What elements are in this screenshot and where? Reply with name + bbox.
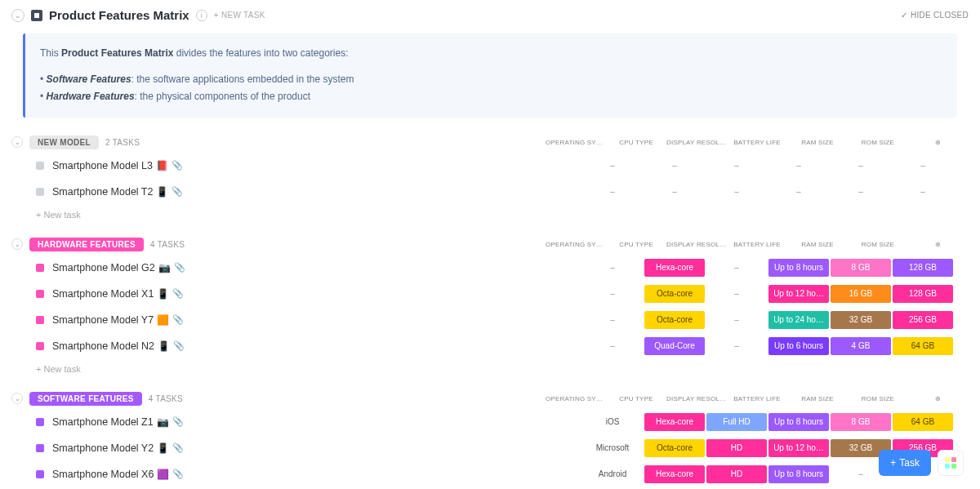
cell-0[interactable]: – [582,285,643,303]
task-name[interactable]: Smartphone Model L3 [52,160,153,171]
new-task-top[interactable]: + NEW TASK [214,11,265,20]
cell-4[interactable]: 4 GB [831,337,891,355]
status-square[interactable] [36,342,44,350]
cell-2[interactable]: – [706,157,767,175]
cell-1[interactable]: – [644,157,705,175]
cell-0[interactable]: Android [582,465,643,483]
hide-closed-toggle[interactable]: ✓ HIDE CLOSED [901,11,969,20]
add-column-button[interactable]: ⊕ [908,139,969,146]
attachment-icon[interactable]: 📎 [172,416,184,427]
attachment-icon[interactable]: 📎 [174,262,185,273]
cell-1[interactable]: Hexa-core [644,413,705,431]
attachment-icon[interactable]: 📎 [172,186,183,197]
group-caret[interactable]: ⌄ [11,136,23,148]
cell-3[interactable]: – [768,157,829,175]
info-icon[interactable]: i [196,10,207,21]
column-1[interactable]: CPU TYPE [606,139,666,146]
group-caret[interactable]: ⌄ [11,393,23,404]
cell-2[interactable]: – [706,259,767,277]
cell-4[interactable]: 32 GB [831,311,891,329]
attachment-icon[interactable]: 📎 [172,160,183,171]
task-row[interactable]: Smartphone Model X1 📱 📎 –Octa-core–Up to… [36,281,969,307]
cell-2[interactable]: – [706,285,767,303]
cell-5[interactable]: 128 GB [893,259,953,277]
cell-3[interactable]: Up to 6 hours [768,337,829,355]
column-3[interactable]: BATTERY LIFE [727,241,787,248]
status-square[interactable] [36,264,44,272]
column-4[interactable]: RAM SIZE [787,395,848,402]
new-task-row[interactable]: + New task [36,205,969,224]
cell-3[interactable]: Up to 8 hours [768,259,829,277]
attachment-icon[interactable]: 📎 [172,469,184,479]
cell-2[interactable]: HD [706,465,767,483]
new-task-row[interactable]: + New task [36,359,969,379]
cell-1[interactable]: – [644,183,705,201]
cell-2[interactable]: Full HD [706,413,767,431]
cell-2[interactable]: – [706,311,767,329]
cell-3[interactable]: Up to 12 ho… [768,285,829,303]
add-column-button[interactable]: ⊕ [908,241,969,248]
cell-4[interactable]: 16 GB [831,285,891,303]
attachment-icon[interactable]: 📎 [173,340,185,351]
cell-3[interactable]: – [768,183,829,201]
status-square[interactable] [36,290,44,298]
status-square[interactable] [36,470,44,478]
column-2[interactable]: DISPLAY RESOLUTION [666,139,727,146]
cell-3[interactable]: Up to 12 ho… [768,439,829,457]
cell-0[interactable]: – [582,259,643,277]
collapse-list-caret[interactable]: ⌄ [11,9,24,22]
task-name[interactable]: Smartphone Model Z1 [52,416,154,428]
task-row[interactable]: Smartphone Model Y2 📱 📎 MicrosoftOcta-co… [36,435,969,461]
column-3[interactable]: BATTERY LIFE [727,139,787,146]
cell-1[interactable]: Hexa-core [644,465,705,483]
status-square[interactable] [36,316,44,324]
task-name[interactable]: Smartphone Model Y7 [52,314,154,326]
status-square[interactable] [36,444,44,452]
column-0[interactable]: OPERATING SYSTEM [546,139,606,146]
cell-4[interactable]: 8 GB [831,259,891,277]
task-row[interactable]: Smartphone Model G2 📷 📎 –Hexa-core–Up to… [36,255,969,281]
attachment-icon[interactable]: 📎 [172,442,184,453]
group-label[interactable]: SOFTWARE FEATURES [29,392,142,406]
column-5[interactable]: ROM SIZE [848,395,908,402]
cell-1[interactable]: Quad-Core [644,337,705,355]
column-2[interactable]: DISPLAY RESOLUTION [666,395,727,402]
cell-5[interactable]: 128 GB [893,285,953,303]
cell-3[interactable]: Up to 8 hours [768,413,829,431]
cell-0[interactable]: Microsoft [582,439,643,457]
cell-0[interactable]: – [582,183,643,201]
group-label[interactable]: NEW MODEL [29,136,99,149]
column-0[interactable]: OPERATING SYSTEM [546,241,606,248]
cell-0[interactable]: iOS [582,413,643,431]
apps-fab[interactable] [938,450,964,476]
task-name[interactable]: Smartphone Model X1 [52,288,154,300]
cell-5[interactable]: – [893,183,953,201]
column-4[interactable]: RAM SIZE [787,241,848,248]
attachment-icon[interactable]: 📎 [172,288,184,299]
status-square[interactable] [36,418,44,426]
cell-1[interactable]: Hexa-core [644,259,705,277]
column-1[interactable]: CPU TYPE [606,241,666,248]
task-row[interactable]: Smartphone Model N2 📱 📎 –Quad-Core–Up to… [36,333,969,359]
cell-3[interactable]: Up to 24 ho… [768,311,829,329]
group-label[interactable]: HARDWARE FEATURES [29,238,144,251]
cell-1[interactable]: Octa-core [644,439,705,457]
cell-2[interactable]: – [706,183,767,201]
column-3[interactable]: BATTERY LIFE [727,395,787,402]
cell-0[interactable]: – [582,157,643,175]
cell-5[interactable]: 64 GB [893,413,953,431]
task-row[interactable]: Smartphone Model L3 📕 📎 –––––– [36,153,969,179]
cell-2[interactable]: – [706,337,767,355]
cell-1[interactable]: Octa-core [644,285,705,303]
cell-0[interactable]: – [582,311,643,329]
cell-1[interactable]: Octa-core [644,311,705,329]
column-0[interactable]: OPERATING SYSTEM [546,395,606,402]
cell-2[interactable]: HD [706,439,767,457]
task-row[interactable]: Smartphone Model Y7 🟧 📎 –Octa-core–Up to… [36,307,969,333]
cell-5[interactable]: 256 GB [893,311,953,329]
task-row[interactable]: Smartphone Model X6 🟪 📎 AndroidHexa-core… [36,461,969,487]
add-column-button[interactable]: ⊕ [908,395,969,402]
task-name[interactable]: Smartphone Model N2 [52,340,154,352]
task-name[interactable]: Smartphone Model Y2 [52,442,154,454]
column-4[interactable]: RAM SIZE [787,139,848,146]
